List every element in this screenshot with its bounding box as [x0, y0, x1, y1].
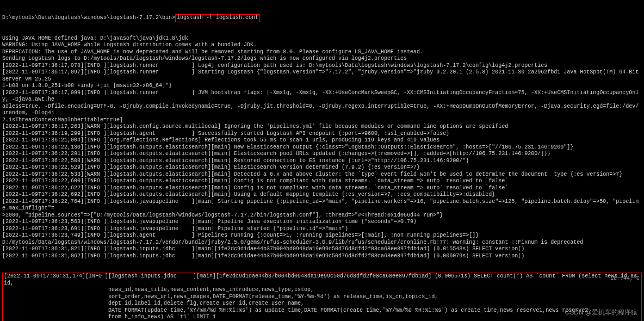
log-line: [2022-11-09T17:36:17,099][INFO ][logstas…	[2, 90, 642, 103]
prompt-path: D:\mytools\Data\logstash\windows\logstas…	[2, 15, 175, 21]
log-line: WARNING: Using JAVA_HOME while Logstash …	[2, 42, 642, 49]
csdn-watermark: CSDN @爱机车的程序猿	[565, 308, 637, 317]
log-line: [2022-11-09T17:36:22,508][WARN ][logstas…	[2, 158, 642, 165]
log-line: [2022-11-09T17:36:22,622][INFO ][logstas…	[2, 185, 642, 192]
log-line: [2022-11-09T17:36:22,764][INFO ][logstas…	[2, 199, 642, 212]
sql-query-highlight: [2022-11-09T17:36:31,174][INFO ][logstas…	[2, 273, 642, 321]
truncated-right-text: id :44,"c	[610, 275, 640, 282]
log-line: [2022-11-09T17:36:17,263][WARN ][logstas…	[2, 124, 642, 131]
log-line: 2.isThreadContextMapInheritable=true]	[2, 117, 642, 124]
log-line: [2022-11-09T17:36:21,004][INFO ][org.ref…	[2, 137, 642, 144]
log-line: D:/mytools/Data/logstash/windows/logstas…	[2, 239, 642, 246]
log-line: >2000, "pipeline.sources"=>["D:/mytools/…	[2, 212, 642, 219]
log-line: [2022-11-09T17:36:23,563][INFO ][logstas…	[2, 219, 642, 226]
log-line: [2022-11-09T17:36:22,600][INFO ][logstas…	[2, 178, 642, 185]
log-line: Using JAVA_HOME defined java: D:\javasof…	[2, 35, 642, 42]
log-line: from h_info_news) AS `t1` LIMIT 1	[4, 314, 640, 321]
log-line: [2022-11-09T17:36:31,021][INFO ][logstas…	[2, 246, 642, 253]
log-line: [2022-11-09T17:36:22,291][INFO ][logstas…	[2, 151, 642, 158]
log-line: DEPRECATION: The use of JAVA_HOME is now…	[2, 49, 642, 56]
log-line: [2022-11-09T17:36:17,078][INFO ][logstas…	[2, 63, 642, 70]
log-line: [2022-11-09T17:36:31,062][INFO ][logstas…	[2, 253, 642, 260]
terminal-output: D:\mytools\Data\logstash\windows\logstas…	[0, 0, 644, 321]
log-line: news_id,news_title,news_content,news_int…	[4, 287, 640, 294]
log-line: [2022-11-09T17:36:23,691][INFO ][logstas…	[2, 226, 642, 233]
log-line: [2022-11-09T17:36:19,299][INFO ][logstas…	[2, 131, 642, 138]
log-line: sort_order,news_url,news_images,DATE_FOR…	[4, 294, 640, 301]
log-line: Sending Logstash logs to D:/mytools/Data…	[2, 55, 642, 63]
log-line: [2022-11-09T17:36:17,097][INFO ][logstas…	[2, 69, 642, 83]
log-line: adless=true, -Dfile.encoding=UTF-8, -Djr…	[2, 103, 642, 117]
log-line: [2022-11-09T17:36:23,749][INFO ][logstas…	[2, 232, 642, 239]
log-line: [2022-11-09T17:36:22,692][INFO ][logstas…	[2, 192, 642, 199]
log-line: DATE_FORMAT(update_time,'%Y/%m/%d %H:%i:…	[4, 307, 640, 314]
log-line: dept_id,label_id,delete_flg,create_user_…	[4, 300, 640, 307]
log-line: [2022-11-09T17:36:22,130][INFO ][logstas…	[2, 144, 642, 151]
log-line: [2022-11-09T17:36:22,529][INFO ][logstas…	[2, 164, 642, 171]
log-line: [2022-11-09T17:36:31,174][INFO ][logstas…	[4, 273, 640, 287]
log-line: [2022-11-09T17:36:22,533][WARN ][logstas…	[2, 171, 642, 178]
log-line: 1-b08 on 1.8.0_251-b08 +indy +jit [mswin…	[2, 83, 642, 90]
command-highlight: logstash -f logstash.conf	[175, 14, 260, 22]
log-lines-container: Using JAVA_HOME defined java: D:\javasof…	[2, 35, 642, 260]
command-line: D:\mytools\Data\logstash\windows\logstas…	[2, 15, 642, 22]
